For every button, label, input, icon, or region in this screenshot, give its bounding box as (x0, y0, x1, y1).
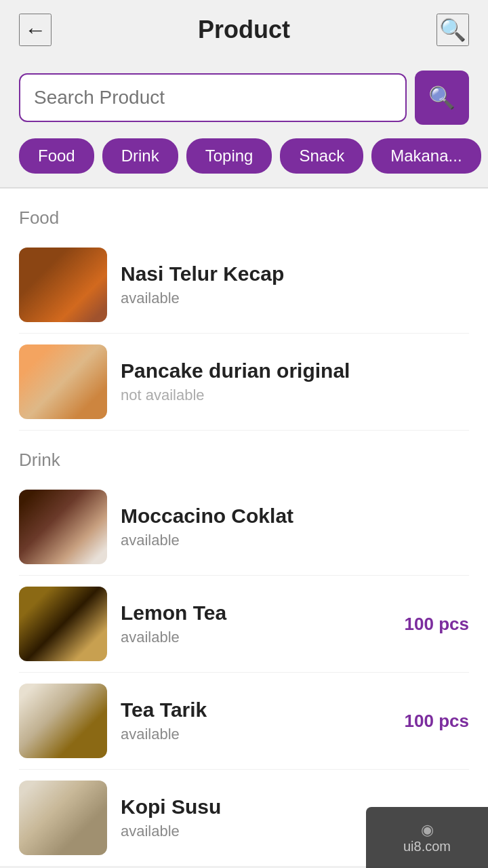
filter-chip-makanan[interactable]: Makana... (371, 138, 481, 174)
product-status-nasi-telur: available (121, 290, 455, 307)
watermark-text: ui8.com (403, 839, 451, 854)
filter-section: FoodDrinkTopingSnackMakana... (0, 133, 488, 187)
product-image-lemon-tea (19, 587, 107, 661)
filter-chip-food[interactable]: Food (19, 138, 94, 174)
category-label-food: Food (19, 189, 469, 237)
product-name-nasi-telur: Nasi Telur Kecap (121, 262, 455, 285)
filter-chip-snack[interactable]: Snack (280, 138, 363, 174)
product-item-tea-tarik[interactable]: Tea Tarikavailable100 pcs (19, 673, 469, 770)
product-item-nasi-telur[interactable]: Nasi Telur Kecapavailable (19, 237, 469, 334)
search-icon: 🔍 (439, 17, 466, 43)
filter-chip-toping[interactable]: Toping (186, 138, 272, 174)
search-submit-button[interactable]: 🔍 (415, 71, 469, 125)
product-info-nasi-telur: Nasi Telur Kecapavailable (107, 262, 469, 307)
product-image-tea-tarik (19, 684, 107, 758)
search-input-wrapper (19, 73, 407, 122)
product-list: FoodNasi Telur KecapavailablePancake dur… (0, 189, 488, 866)
product-image-pancake-durian (19, 344, 107, 419)
product-name-moccacino: Moccacino Coklat (121, 505, 455, 528)
search-submit-icon: 🔍 (428, 85, 455, 111)
product-image-nasi-telur (19, 248, 107, 322)
product-status-tea-tarik: available (121, 726, 391, 743)
category-label-drink: Drink (19, 431, 469, 479)
header-search-button[interactable]: 🔍 (436, 14, 469, 46)
product-item-moccacino[interactable]: Moccacino Coklatavailable (19, 479, 469, 576)
product-info-pancake-durian: Pancake durian originalnot available (107, 359, 469, 404)
back-button[interactable]: ← (19, 14, 52, 46)
watermark-icon: ◉ (421, 821, 434, 839)
product-badge-tea-tarik: 100 pcs (405, 711, 469, 732)
watermark: ◉ ui8.com (366, 807, 488, 868)
product-status-moccacino: available (121, 532, 455, 549)
search-section: 🔍 (0, 60, 488, 133)
filter-chip-drink[interactable]: Drink (102, 138, 178, 174)
product-image-kopi-susu (19, 781, 107, 855)
product-name-tea-tarik: Tea Tarik (121, 698, 391, 722)
product-info-lemon-tea: Lemon Teaavailable (107, 601, 405, 646)
back-arrow-icon: ← (24, 18, 46, 43)
product-status-pancake-durian: not available (121, 387, 455, 404)
product-item-lemon-tea[interactable]: Lemon Teaavailable100 pcs (19, 576, 469, 673)
product-item-pancake-durian[interactable]: Pancake durian originalnot available (19, 334, 469, 431)
product-info-tea-tarik: Tea Tarikavailable (107, 698, 405, 743)
product-status-lemon-tea: available (121, 629, 391, 646)
product-name-pancake-durian: Pancake durian original (121, 359, 455, 382)
product-image-moccacino (19, 490, 107, 564)
product-info-moccacino: Moccacino Coklatavailable (107, 505, 469, 549)
product-name-lemon-tea: Lemon Tea (121, 601, 391, 625)
page-title: Product (198, 16, 290, 44)
product-badge-lemon-tea: 100 pcs (405, 614, 469, 635)
search-input[interactable] (34, 87, 392, 108)
header: ← Product 🔍 (0, 0, 488, 60)
